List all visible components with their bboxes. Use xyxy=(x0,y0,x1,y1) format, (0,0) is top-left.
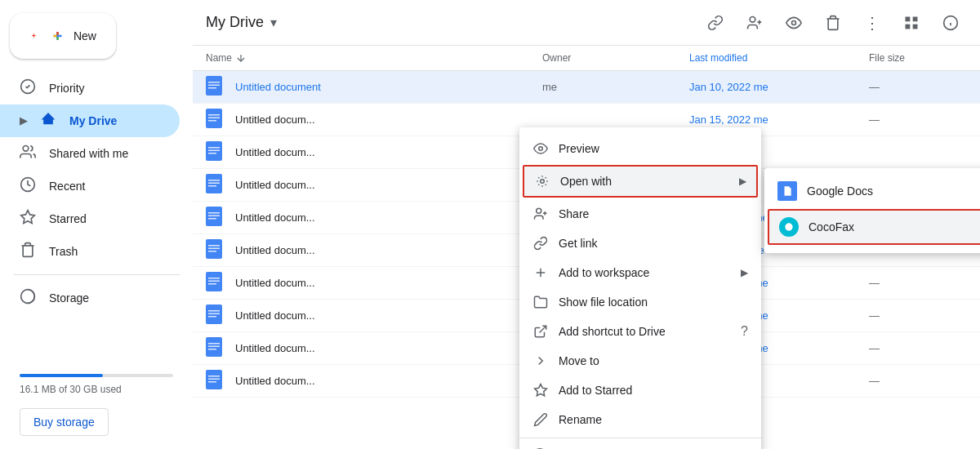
file-name-link[interactable]: Untitled docum... xyxy=(235,375,315,387)
svg-rect-49 xyxy=(208,283,216,285)
file-name-link[interactable]: Untitled docum... xyxy=(235,277,315,289)
info-icon xyxy=(942,15,959,31)
svg-rect-59 xyxy=(208,376,220,377)
submenu-item-google-docs[interactable]: Google Docs xyxy=(764,175,980,207)
header-left: My Drive ▾ xyxy=(206,14,277,31)
svg-rect-43 xyxy=(208,245,220,247)
new-button[interactable]: + New xyxy=(10,13,116,59)
table-row[interactable]: Untitled document me Jan 10, 2022 me — xyxy=(193,71,980,104)
file-name-cell: Untitled docum... xyxy=(235,277,542,289)
menu-item-add-shortcut[interactable]: Add shortcut to Drive ? xyxy=(519,317,761,346)
file-name-link[interactable]: Untitled docum... xyxy=(235,211,315,224)
add-person-button[interactable] xyxy=(738,7,771,39)
svg-rect-41 xyxy=(208,218,216,220)
preview-button[interactable] xyxy=(777,7,810,39)
doc-icon xyxy=(206,76,222,96)
sidebar-item-priority[interactable]: Priority xyxy=(0,72,180,104)
menu-item-show-location[interactable]: Show file location xyxy=(519,287,761,317)
svg-rect-55 xyxy=(208,343,220,345)
menu-item-add-workspace[interactable]: Add to workspace ▶ xyxy=(519,258,761,287)
svg-point-63 xyxy=(541,180,545,184)
menu-item-add-starred[interactable]: Add to Starred xyxy=(519,376,761,405)
file-name-link[interactable]: Untitled docum... xyxy=(235,146,315,158)
storage-bar-fill xyxy=(20,374,103,377)
my-drive-icon xyxy=(40,111,56,131)
file-name-cell: Untitled docum... xyxy=(235,375,542,387)
svg-rect-61 xyxy=(208,381,216,383)
submenu-item-cocofax[interactable]: CocoFax xyxy=(768,209,980,245)
more-dots-icon: ⋮ xyxy=(864,13,880,33)
sort-icon[interactable] xyxy=(235,52,247,64)
sidebar-item-my-drive-label: My Drive xyxy=(69,114,117,127)
svg-line-69 xyxy=(540,326,546,332)
link-button[interactable] xyxy=(699,7,732,39)
doc-icon xyxy=(206,305,222,324)
svg-point-6 xyxy=(23,145,29,151)
sidebar-item-my-drive[interactable]: ▶ My Drive xyxy=(0,104,180,137)
file-name-cell: Untitled docum... xyxy=(235,113,542,126)
menu-item-get-link[interactable]: Get link xyxy=(519,229,761,258)
sidebar-item-trash[interactable]: Trash xyxy=(0,235,180,268)
svg-rect-28 xyxy=(208,118,220,119)
file-size-cell: — xyxy=(869,309,967,322)
svg-marker-70 xyxy=(535,385,547,396)
file-name-cell: Untitled docum... xyxy=(235,211,542,224)
menu-item-open-with[interactable]: Open with ▶ xyxy=(523,165,758,198)
file-name-link[interactable]: Untitled docum... xyxy=(235,113,315,126)
sidebar-item-shared-with-me[interactable]: Shared with me xyxy=(0,137,180,170)
svg-rect-44 xyxy=(208,248,220,250)
menu-divider xyxy=(519,438,761,438)
file-name-link[interactable]: Untitled docum... xyxy=(235,342,315,354)
column-last-modified: Last modified xyxy=(689,52,869,64)
menu-item-preview[interactable]: Preview xyxy=(519,134,761,163)
file-name-link[interactable]: Untitled docum... xyxy=(235,179,315,191)
colorful-plus-icon xyxy=(51,26,64,46)
header: My Drive ▾ ⋮ xyxy=(193,0,980,46)
file-name-link[interactable]: Untitled docum... xyxy=(235,244,315,256)
svg-rect-16 xyxy=(906,24,911,29)
column-owner: Owner xyxy=(542,52,689,64)
file-type-icon xyxy=(206,141,225,163)
svg-point-64 xyxy=(537,208,541,213)
svg-rect-14 xyxy=(906,16,911,21)
svg-rect-36 xyxy=(208,183,220,184)
open-with-menu-icon xyxy=(534,173,550,189)
buy-storage-button[interactable]: Buy storage xyxy=(20,408,109,436)
file-name-cell: Untitled docum... xyxy=(235,309,542,322)
svg-rect-35 xyxy=(208,180,220,181)
show-location-menu-label: Show file location xyxy=(559,296,748,309)
file-name-link[interactable]: Untitled document xyxy=(235,81,542,93)
sidebar-item-starred[interactable]: Starred xyxy=(0,202,180,235)
add-workspace-menu-label: Add to workspace xyxy=(559,266,731,279)
dropdown-arrow-icon[interactable]: ▾ xyxy=(270,15,277,30)
svg-rect-56 xyxy=(208,346,220,348)
preview-menu-label: Preview xyxy=(559,142,748,155)
more-options-button[interactable]: ⋮ xyxy=(856,7,889,39)
delete-icon xyxy=(825,15,841,31)
add-person-icon xyxy=(746,15,763,31)
svg-rect-24 xyxy=(208,85,220,87)
svg-text:+: + xyxy=(31,31,36,40)
file-name-cell: Untitled docum... xyxy=(235,244,542,256)
sidebar-item-recent[interactable]: Recent xyxy=(0,170,180,202)
menu-item-move-to[interactable]: Move to xyxy=(519,346,761,376)
grid-view-button[interactable] xyxy=(895,7,928,39)
file-modified-cell: Jan 15, 2022 me xyxy=(689,113,869,126)
svg-rect-4 xyxy=(53,35,56,37)
menu-item-rename[interactable]: Rename xyxy=(519,405,761,434)
doc-icon xyxy=(206,109,222,128)
file-name-cell: Untitled docum... xyxy=(235,146,542,158)
menu-item-share[interactable]: Share xyxy=(519,199,761,229)
svg-rect-39 xyxy=(208,212,220,214)
shared-icon xyxy=(20,144,36,164)
delete-button[interactable] xyxy=(817,7,849,39)
info-button[interactable] xyxy=(934,7,967,39)
storage-used-label: 16.1 MB of 30 GB used xyxy=(20,384,173,395)
menu-item-view-details[interactable]: i View details xyxy=(519,442,761,449)
recent-icon xyxy=(20,176,36,197)
file-name-link[interactable]: Untitled docum... xyxy=(235,309,315,322)
open-with-submenu: Google Docs CocoFax xyxy=(764,168,980,253)
file-owner-cell: me xyxy=(542,81,689,93)
svg-point-13 xyxy=(792,20,796,24)
file-size-cell: — xyxy=(869,342,967,354)
